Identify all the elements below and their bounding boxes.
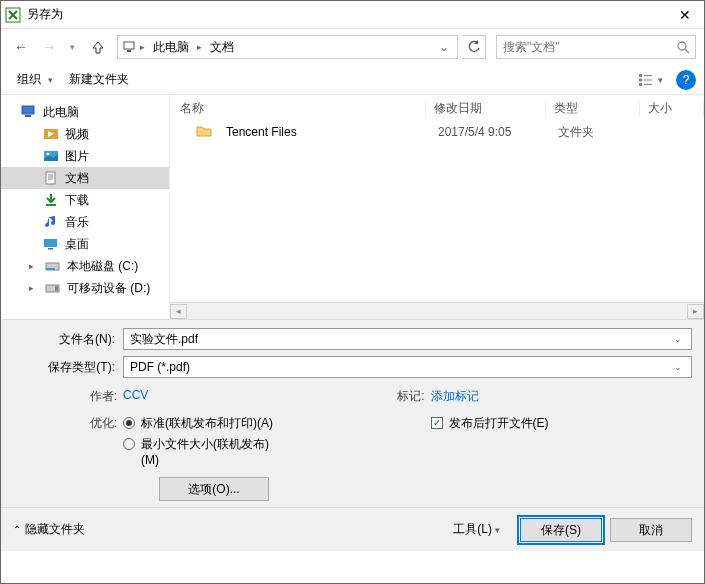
optimize-min-radio[interactable]: 最小文件大小(联机发布)(M) <box>123 436 281 467</box>
svg-rect-16 <box>46 172 55 184</box>
tree-item-video[interactable]: 视频 <box>1 123 169 145</box>
chevron-right-icon[interactable]: ▸ <box>195 42 204 52</box>
chevron-up-icon: ⌃ <box>13 524 21 535</box>
pc-icon <box>21 105 37 119</box>
svg-rect-1 <box>124 42 134 49</box>
horizontal-scrollbar[interactable]: ◂ ▸ <box>170 302 704 319</box>
tree-item-disk-d[interactable]: ▸ 可移动设备 (D:) <box>1 277 169 299</box>
options-button[interactable]: 选项(O)... <box>159 477 269 501</box>
author-value[interactable]: CCV <box>123 388 148 405</box>
radio-off-icon <box>123 438 135 450</box>
tree-item-music[interactable]: 音乐 <box>1 211 169 233</box>
col-name[interactable]: 名称 <box>170 100 426 117</box>
tools-dropdown[interactable]: 工具(L) ▾ <box>453 521 500 538</box>
disk-icon <box>45 259 61 273</box>
nav-forward-button[interactable]: → <box>37 35 61 59</box>
organize-button[interactable]: 组织▾ <box>9 71 61 88</box>
help-button[interactable]: ? <box>676 70 696 90</box>
file-list-header: 名称 修改日期 类型 大小 <box>170 95 704 121</box>
tree-item-disk-c[interactable]: ▸ 本地磁盘 (C:) <box>1 255 169 277</box>
save-button[interactable]: 保存(S) <box>520 518 602 542</box>
nav-back-button[interactable]: ← <box>9 35 33 59</box>
optimize-label: 优化: <box>77 415 123 432</box>
scroll-left-icon[interactable]: ◂ <box>170 304 187 319</box>
nav-up-button[interactable] <box>87 36 109 58</box>
video-icon <box>43 127 59 141</box>
folder-tree: 此电脑 视频 图片 文档 下载 音乐 桌面 ▸ 本地磁盘 (C:) <box>1 95 169 319</box>
tags-value[interactable]: 添加标记 <box>431 388 479 405</box>
breadcrumb[interactable]: ▸ 此电脑 ▸ 文档 ⌄ <box>117 35 458 59</box>
tree-item-pictures[interactable]: 图片 <box>1 145 169 167</box>
filename-label: 文件名(N): <box>13 331 123 348</box>
tree-item-downloads[interactable]: 下载 <box>1 189 169 211</box>
tags-label: 标记: <box>385 388 431 405</box>
view-mode-button[interactable]: ▾ <box>636 69 664 91</box>
col-size[interactable]: 大小 <box>640 100 704 117</box>
open-after-checkbox[interactable]: 发布后打开文件(E) <box>431 415 549 432</box>
usb-icon <box>45 281 61 295</box>
tree-item-pc[interactable]: 此电脑 <box>1 101 169 123</box>
chevron-right-icon[interactable]: ▸ <box>138 42 147 52</box>
download-icon <box>43 193 59 207</box>
svg-rect-24 <box>46 268 55 270</box>
tree-item-documents[interactable]: 文档 <box>1 167 169 189</box>
scroll-right-icon[interactable]: ▸ <box>687 304 704 319</box>
music-icon <box>43 215 59 229</box>
cancel-button[interactable]: 取消 <box>610 518 692 542</box>
new-folder-button[interactable]: 新建文件夹 <box>61 71 137 88</box>
search-box[interactable] <box>496 35 696 59</box>
nav-history-dropdown[interactable]: ▾ <box>65 42 79 52</box>
svg-rect-12 <box>25 115 31 117</box>
document-icon <box>43 171 59 185</box>
optimize-standard-radio[interactable]: 标准(联机发布和打印)(A) <box>123 415 281 432</box>
breadcrumb-dropdown[interactable]: ⌄ <box>240 40 453 54</box>
folder-icon <box>196 125 212 139</box>
author-label: 作者: <box>77 388 123 405</box>
svg-rect-7 <box>639 83 642 86</box>
filename-input[interactable]: 实验文件.pdf ⌄ <box>123 328 692 350</box>
checkbox-on-icon <box>431 417 443 429</box>
close-icon[interactable]: ✕ <box>670 7 700 23</box>
svg-line-4 <box>685 49 689 53</box>
chevron-down-icon: ▾ <box>495 525 500 535</box>
svg-rect-2 <box>127 50 131 52</box>
breadcrumb-seg-1[interactable]: 文档 <box>206 39 238 56</box>
svg-rect-11 <box>22 106 34 114</box>
refresh-button[interactable] <box>462 35 486 59</box>
svg-rect-22 <box>48 248 53 250</box>
file-list: 名称 修改日期 类型 大小 Tencent Files 2017/5/4 9:0… <box>169 95 704 319</box>
col-type[interactable]: 类型 <box>546 100 640 117</box>
filetype-select[interactable]: PDF (*.pdf) ⌄ <box>123 356 692 378</box>
svg-rect-6 <box>639 78 642 81</box>
tree-item-desktop[interactable]: 桌面 <box>1 233 169 255</box>
expander-icon[interactable]: ▸ <box>29 283 39 293</box>
picture-icon <box>43 149 59 163</box>
list-item[interactable]: Tencent Files 2017/5/4 9:05 文件夹 <box>170 121 704 143</box>
col-date[interactable]: 修改日期 <box>426 100 546 117</box>
window-title: 另存为 <box>27 6 670 23</box>
chevron-down-icon[interactable]: ⌄ <box>671 334 685 344</box>
app-icon <box>5 7 21 23</box>
expander-icon[interactable]: ▸ <box>29 261 39 271</box>
breadcrumb-seg-0[interactable]: 此电脑 <box>149 39 193 56</box>
pc-icon <box>122 40 136 54</box>
radio-on-icon <box>123 417 135 429</box>
svg-rect-26 <box>55 286 58 291</box>
svg-rect-5 <box>639 74 642 77</box>
filetype-label: 保存类型(T): <box>13 359 123 376</box>
svg-rect-21 <box>44 239 57 247</box>
search-icon[interactable] <box>671 40 695 54</box>
desktop-icon <box>43 237 59 251</box>
svg-point-3 <box>678 42 686 50</box>
hide-folders-button[interactable]: ⌃ 隐藏文件夹 <box>13 521 85 538</box>
search-input[interactable] <box>497 40 671 54</box>
chevron-down-icon[interactable]: ⌄ <box>671 362 685 372</box>
